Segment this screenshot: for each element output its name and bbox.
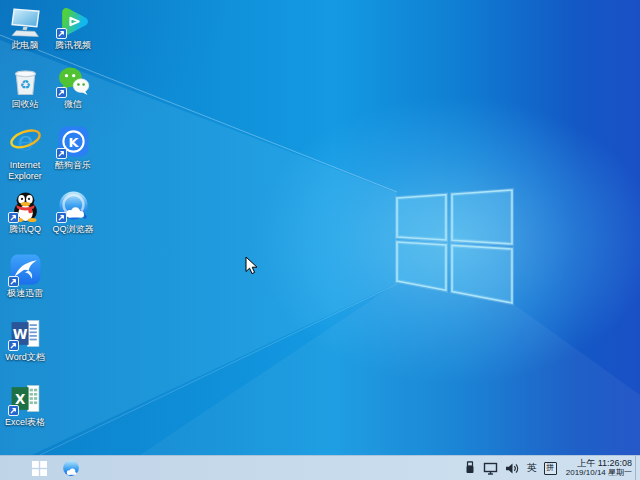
icon-label: Word文档: [5, 352, 44, 363]
wechat-icon: [57, 64, 90, 97]
shortcut-arrow-icon: [56, 87, 67, 98]
icon-label: 回收站: [12, 99, 39, 110]
shortcut-arrow-icon: [56, 212, 67, 223]
desktop-icon-wechat[interactable]: 微信: [49, 64, 97, 110]
qq-browser-icon: [57, 189, 90, 222]
desktop-icon-excel[interactable]: X Excel表格: [1, 382, 49, 428]
tencent-video-icon: [57, 5, 90, 38]
system-tray: 英 拼: [464, 461, 557, 475]
internet-explorer-icon: e: [9, 125, 42, 158]
svg-text:♻: ♻: [19, 78, 30, 92]
ime-pinyin-icon[interactable]: 拼: [544, 462, 557, 475]
svg-text:K: K: [68, 135, 79, 150]
clock-time: 上午 11:26:08: [566, 458, 632, 468]
this-pc-icon: [9, 5, 42, 38]
desktop-icon-thunder[interactable]: 极速迅雷: [1, 253, 49, 299]
taskbar-clock[interactable]: 上午 11:26:08 2019/10/14 星期一: [566, 458, 632, 478]
desktop-icon-kugou-music[interactable]: K 酷狗音乐: [49, 125, 97, 171]
shortcut-arrow-icon: [8, 276, 19, 287]
clock-date: 2019/10/14 星期一: [566, 468, 632, 478]
word-document-icon: W: [9, 317, 42, 350]
icon-label: Internet Explorer: [1, 160, 49, 182]
recycle-bin-icon: ♻: [9, 64, 42, 97]
desktop: 此电脑 腾讯视频 ♻ 回收站: [0, 0, 640, 480]
shortcut-arrow-icon: [56, 28, 67, 39]
shortcut-arrow-icon: [8, 340, 19, 351]
desktop-icon-word[interactable]: W Word文档: [1, 317, 49, 363]
start-button[interactable]: [24, 456, 54, 480]
desktop-icon-tencent-video[interactable]: 腾讯视频: [49, 5, 97, 51]
show-desktop-button[interactable]: [635, 456, 640, 480]
taskbar-app-qq-browser[interactable]: [58, 456, 84, 480]
windows-logo-icon: [32, 461, 47, 476]
icon-label: 此电脑: [12, 40, 39, 51]
taskbar: 英 拼 上午 11:26:08 2019/10/14 星期一: [0, 455, 640, 480]
icon-label: 腾讯QQ: [9, 224, 41, 235]
icon-label: 酷狗音乐: [55, 160, 91, 171]
kugou-music-icon: K: [57, 125, 90, 158]
excel-spreadsheet-icon: X: [9, 382, 42, 415]
shortcut-arrow-icon: [8, 405, 19, 416]
desktop-icon-tencent-qq[interactable]: 腾讯QQ: [1, 189, 49, 235]
shortcut-arrow-icon: [56, 148, 67, 159]
shortcut-arrow-icon: [8, 212, 19, 223]
icon-label: Excel表格: [5, 417, 45, 428]
icon-label: 腾讯视频: [55, 40, 91, 51]
network-icon[interactable]: [483, 462, 498, 475]
desktop-icon-internet-explorer[interactable]: e Internet Explorer: [1, 125, 49, 182]
usb-safely-remove-icon[interactable]: [464, 461, 476, 475]
icon-label: 极速迅雷: [7, 288, 43, 299]
icon-label: 微信: [64, 99, 82, 110]
tencent-qq-icon: [9, 189, 42, 222]
volume-icon[interactable]: [505, 462, 520, 475]
qq-browser-icon: [62, 459, 80, 477]
desktop-icon-recycle-bin[interactable]: ♻ 回收站: [1, 64, 49, 110]
mouse-cursor: [245, 256, 258, 275]
desktop-icon-qq-browser[interactable]: QQ浏览器: [49, 189, 97, 235]
desktop-icon-this-pc[interactable]: 此电脑: [1, 5, 49, 51]
icon-label: QQ浏览器: [52, 224, 93, 235]
thunder-xunlei-icon: [9, 253, 42, 286]
ime-language-indicator[interactable]: 英: [527, 463, 537, 473]
